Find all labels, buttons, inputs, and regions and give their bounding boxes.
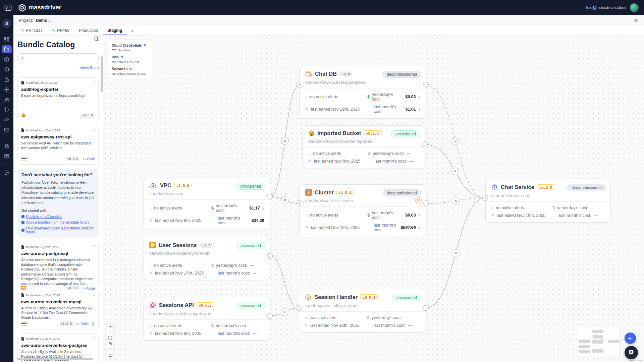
sidebar-item-api[interactable]: [2, 106, 12, 114]
drag-handle-icon[interactable]: [92, 245, 96, 249]
edit-pencil-icon[interactable]: ✎: [144, 44, 146, 47]
sidebar-item-packages[interactable]: [2, 55, 12, 63]
node-imported-bucket[interactable]: Imported Bucketv0.0.0provisionedsandbox/…: [303, 125, 425, 168]
bundle-card-aws-aurora-postgresql[interactable]: Modified Aug 20th, 2025aws-aurora-postgr…: [17, 242, 99, 286]
yesterday-cost-label: yesterday's cost:: [372, 315, 403, 320]
collapse-catalog-icon[interactable]: [94, 36, 99, 41]
drag-handle-icon[interactable]: [92, 337, 96, 341]
remove-connection-button-vpc-cluster[interactable]: ✕: [281, 196, 289, 204]
edit-pencil-icon[interactable]: ✎: [129, 67, 132, 71]
minimap[interactable]: [577, 327, 621, 357]
bundle-name: aws-aurora-serverless-mysql: [21, 299, 95, 304]
vertical-scrollbar[interactable]: [101, 56, 103, 92]
edit-pencil-icon[interactable]: ✎: [121, 55, 123, 59]
add-environment-button[interactable]: +: [127, 26, 138, 35]
output-port-session-handler[interactable]: [423, 305, 429, 311]
promo-link[interactable]: DevOps-as-a-Service & Fractional DevOps …: [21, 226, 95, 234]
delete-bundle-icon[interactable]: [91, 322, 95, 326]
code-link[interactable]: Code: [83, 157, 95, 161]
tab-pr-1337[interactable]: ✎PR#1337: [16, 26, 47, 35]
fit-view-button[interactable]: [107, 335, 113, 341]
node-cluster[interactable]: Clusterv1.0.1decommissioned↻sandbox/aws-…: [300, 184, 426, 237]
zoom-in-button[interactable]: [107, 323, 113, 329]
collapse-nav-icon[interactable]: [4, 4, 12, 11]
tab-production[interactable]: Production: [74, 26, 103, 35]
node-slug: sandbox/aws-collab-dynamodb: [144, 251, 270, 259]
sidebar-item-billing[interactable]: [2, 126, 12, 134]
remove-connection-button-sessions-api-session-handler[interactable]: ✕: [281, 308, 288, 316]
code-link[interactable]: Code: [83, 287, 95, 290]
project-selector[interactable]: Demo⌄: [36, 18, 51, 23]
zoom-out-button[interactable]: [107, 329, 113, 335]
postgres-db-icon: [305, 70, 312, 77]
node-session-handler[interactable]: Session Handlerv0.0.1provisionedsandbox/…: [299, 289, 426, 333]
tab-staging[interactable]: Staging: [103, 26, 127, 35]
trend-up-icon: ↑: [418, 213, 420, 218]
remove-connection-button-vpc-chat-db[interactable]: ✕: [281, 137, 289, 145]
org-avatar[interactable]: S: [2, 19, 11, 28]
horizontal-scrollbar[interactable]: [17, 358, 93, 360]
promo-link[interactable]: Publishing IaC bundles: [21, 215, 95, 219]
bundle-name: aws-aurora-postgresql: [21, 251, 95, 256]
zoom-toggle-fab[interactable]: +/-: [625, 333, 636, 344]
logout-button[interactable]: [2, 169, 12, 177]
bundle-card-aws-aurora-serverless-mysql[interactable]: Modified Aug 21st, 2025aws-aurora-server…: [17, 290, 99, 329]
logout-icon: [4, 170, 9, 175]
remove-connection-button-session-handler-chat-service[interactable]: ✕: [452, 249, 460, 257]
output-port-vpc[interactable]: [267, 194, 273, 199]
drift-indicator-icon[interactable]: ↻: [415, 197, 422, 203]
promo-link[interactable]: Adding bundles from the template library: [21, 220, 95, 224]
node-user-sessions[interactable]: User Sessions~0.2provisionedsandbox/aws-…: [144, 237, 270, 280]
bundle-search[interactable]: [17, 53, 99, 63]
sidebar-item-secrets[interactable]: [2, 75, 12, 83]
pr-branch-icon: ✎: [52, 28, 55, 33]
node-chat-db[interactable]: Chat DB~0.0decommissionedsandbox/aws-aur…: [300, 66, 426, 119]
sidebar-item-deployments[interactable]: [2, 85, 12, 94]
drag-handle-icon[interactable]: [92, 80, 96, 85]
input-port-chat-db[interactable]: •: [297, 82, 302, 87]
sidebar-item-docs[interactable]: [2, 152, 12, 160]
drag-handle-icon[interactable]: [92, 293, 96, 298]
sidebar-item-users[interactable]: [2, 96, 12, 104]
show-filters-link[interactable]: + show filters: [77, 66, 99, 70]
node-status-grid: ○no active alerts$yesterday's cost: ---✎…: [486, 202, 610, 222]
lock-button[interactable]: [107, 341, 113, 346]
remove-connection-button-imported-bucket-chat-service[interactable]: ✕: [451, 168, 459, 175]
settings-gear-icon[interactable]: [633, 18, 639, 23]
sidebar-item-projects[interactable]: [2, 45, 12, 53]
node-vpc[interactable]: VPCv1.0.0provisionedsandbox/aws-vpc○no a…: [144, 178, 270, 230]
yesterday-cost-label: yesterday's cost:: [216, 203, 247, 213]
drag-handle-icon[interactable]: [92, 128, 96, 133]
input-port-session-handler[interactable]: ‹: [296, 305, 302, 311]
yesterday-cost-value: ---: [250, 323, 254, 328]
remove-connection-button-cluster-chat-service[interactable]: ✕: [452, 197, 460, 205]
input-port-cluster[interactable]: •: [297, 200, 302, 206]
sidebar-item-dashboard[interactable]: [2, 35, 12, 43]
sidebar-item-monitoring[interactable]: [2, 116, 12, 124]
remove-connection-button-user-sessions-session-handler[interactable]: ✕: [281, 278, 288, 286]
align-button[interactable]: [107, 346, 113, 352]
node-title: Cluster: [315, 189, 334, 196]
node-sessions-api[interactable]: Sessions APIv0.0.2provisionedsandbox/aws…: [144, 297, 270, 341]
input-port-chat-service[interactable]: ‹: [482, 195, 488, 201]
output-port-user-sessions[interactable]: ›: [267, 253, 273, 259]
massdriver-logo[interactable]: massdriver: [18, 4, 61, 12]
search-input[interactable]: [27, 56, 96, 61]
layout-button[interactable]: [107, 352, 113, 358]
chat-widget-button[interactable]: [625, 346, 638, 359]
node-chat-service[interactable]: Chat Servicev0.0.0decommissionedsandbox/…: [485, 179, 611, 223]
sidebar-item-learn[interactable]: [2, 142, 12, 150]
output-port-imported-bucket[interactable]: [422, 141, 428, 147]
output-port-chat-db[interactable]: ›: [423, 82, 429, 87]
bundle-card-aws-apigateway-rest-api[interactable]: Modified Aug 21st, 2025aws-apigateway-re…: [17, 125, 99, 165]
output-port-cluster[interactable]: [423, 200, 429, 206]
user-avatar[interactable]: [630, 3, 639, 12]
dollar-icon: $: [368, 151, 371, 156]
code-link[interactable]: Code: [76, 322, 89, 326]
output-port-sessions-api[interactable]: [267, 313, 273, 319]
bundle-card-audit-log-exporter[interactable]: Modified Jul 9th, 2025audit-log-exporter…: [17, 77, 99, 121]
bundle-card-aws-aurora-serverless-postgres[interactable]: Modified Aug 21st, 2025aws-aurora-server…: [17, 334, 99, 361]
tab-pr-69[interactable]: ✎PR#69: [47, 26, 74, 35]
remove-connection-button-chat-db-chat-service[interactable]: ✕: [452, 138, 460, 145]
sidebar-item-artifacts[interactable]: [2, 65, 12, 73]
